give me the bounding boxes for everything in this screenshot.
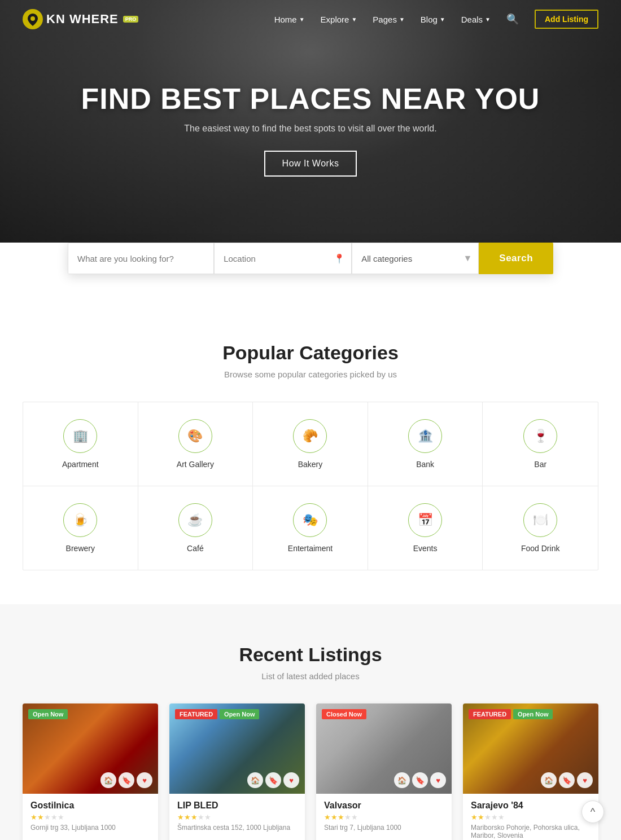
category-select[interactable]: All categories Restaurants Hotels Bars E… [352,243,479,274]
hero-section: FIND BEST PLACES NEAR YOU The easiest wa… [0,0,621,260]
star-empty: ★ [351,813,358,821]
star-filled: ★ [338,813,344,821]
nav-blog[interactable]: Blog ▼ [421,15,445,24]
logo-text: KN WHERE [46,12,119,27]
star-filled: ★ [324,813,331,821]
listing-image: FEATURED Open Now 🏠 🔖 ♥ [169,703,305,794]
listing-heart-button[interactable]: ♥ [430,772,446,788]
featured-badge: FEATURED [469,709,511,719]
category-item-café[interactable]: ☕ Café [138,486,253,570]
nav-links: Home ▼ Explore ▼ Pages ▼ Blog ▼ Deals ▼ … [274,10,598,29]
category-icon: 🍽️ [523,503,557,537]
listing-card[interactable]: Open Now 🏠 🔖 ♥ Gostilnica ★★★★★ Gornji t… [23,703,158,840]
blog-dropdown-arrow: ▼ [440,16,445,23]
category-item-food-drink[interactable]: 🍽️ Food Drink [483,486,598,570]
listing-address: Šmartinska cesta 152, 1000 Ljubljana [177,824,297,832]
category-label: Brewery [66,544,95,553]
status-badge: Open Now [220,709,259,719]
category-label: Apartment [62,460,99,469]
featured-badge: FEATURED [175,709,217,719]
search-button[interactable]: Search [479,243,553,274]
listing-address: Mariborsko Pohorje, Pohorska ulica, Mari… [471,824,591,839]
listing-heart-button[interactable]: ♥ [283,772,299,788]
star-filled: ★ [331,813,338,821]
search-what-input[interactable] [68,243,214,274]
status-badge: Open Now [28,709,68,719]
listing-bookmark-button[interactable]: 🔖 [265,772,281,788]
listing-actions: 🏠 🔖 ♥ [247,772,299,788]
pages-dropdown-arrow: ▼ [399,16,405,23]
add-listing-button[interactable]: Add Listing [535,10,598,29]
nav-deals[interactable]: Deals ▼ [461,15,491,24]
listing-stars: ★★★★★ [471,813,591,821]
listing-card[interactable]: FEATURED Open Now 🏠 🔖 ♥ LIP BLED ★★★★★ Š… [169,703,305,840]
recent-listings-section: Recent Listings List of latest added pla… [0,604,621,840]
listing-bookmark-button[interactable]: 🔖 [412,772,428,788]
listing-bookmark-button[interactable]: 🔖 [559,772,575,788]
category-label: Bar [534,460,546,469]
listings-grid: Open Now 🏠 🔖 ♥ Gostilnica ★★★★★ Gornji t… [23,703,598,840]
listing-card[interactable]: Closed Now 🏠 🔖 ♥ Valvasor ★★★★★ Stari tr… [316,703,452,840]
category-label: Art Gallery [177,460,214,469]
star-filled: ★ [177,813,184,821]
popular-categories-section: Popular Categories Browse some popular c… [0,302,621,604]
listing-home-button[interactable]: 🏠 [247,772,263,788]
listing-badges: Closed Now [322,709,366,719]
category-item-bank[interactable]: 🏦 Bank [368,402,483,486]
logo[interactable]: KN WHEREPRO [23,9,138,29]
listing-body: Valvasor ★★★★★ Stari trg 7, Ljubljana 10… [316,794,452,838]
nav-home[interactable]: Home ▼ [274,15,305,24]
category-icon: 📅 [408,503,442,537]
logo-pro-badge: PRO [123,16,139,23]
star-filled: ★ [30,813,37,821]
popular-categories-title: Popular Categories [23,342,598,364]
explore-dropdown-arrow: ▼ [351,16,357,23]
location-input-wrapper: 📍 [214,243,352,274]
search-icon[interactable]: 🔍 [506,13,519,25]
listing-home-button[interactable]: 🏠 [394,772,410,788]
listing-card[interactable]: FEATURED Open Now 🏠 🔖 ♥ Sarajevo '84 ★★★… [463,703,598,840]
status-badge: Open Now [513,709,553,719]
listing-home-button[interactable]: 🏠 [100,772,116,788]
deals-dropdown-arrow: ▼ [485,16,491,23]
star-empty: ★ [344,813,351,821]
listing-heart-button[interactable]: ♥ [137,772,152,788]
star-filled: ★ [471,813,478,821]
listing-address: Stari trg 7, Ljubljana 1000 [324,824,444,832]
nav-explore[interactable]: Explore ▼ [321,15,357,24]
star-filled: ★ [478,813,484,821]
category-item-art-gallery[interactable]: 🎨 Art Gallery [138,402,253,486]
category-item-events[interactable]: 📅 Events [368,486,483,570]
category-item-bakery[interactable]: 🥐 Bakery [253,402,368,486]
listing-bookmark-button[interactable]: 🔖 [119,772,134,788]
category-icon: 🎭 [293,503,327,537]
category-icon: 🥐 [293,419,327,453]
category-item-bar[interactable]: 🍷 Bar [483,402,598,486]
listing-image: Open Now 🏠 🔖 ♥ [23,703,158,794]
search-bar: 📍 All categories Restaurants Hotels Bars… [68,243,553,274]
category-icon: 🍺 [63,503,97,537]
nav-pages[interactable]: Pages ▼ [373,15,404,24]
category-item-brewery[interactable]: 🍺 Brewery [23,486,138,570]
star-empty: ★ [58,813,64,821]
listing-body: Gostilnica ★★★★★ Gornji trg 33, Ljubljan… [23,794,158,838]
category-item-apartment[interactable]: 🏢 Apartment [23,402,138,486]
listing-heart-button[interactable]: ♥ [577,772,593,788]
category-select-wrapper: All categories Restaurants Hotels Bars E… [352,243,479,274]
listing-actions: 🏠 🔖 ♥ [394,772,446,788]
scroll-top-button[interactable]: ^ [581,801,604,823]
listing-home-button[interactable]: 🏠 [541,772,557,788]
how-it-works-button[interactable]: How It Works [264,151,357,177]
category-label: Bank [416,460,434,469]
location-input[interactable] [214,243,352,274]
star-filled: ★ [37,813,44,821]
hero-subtitle: The easiest way to find the best spots t… [184,124,436,134]
category-label: Food Drink [521,544,559,553]
chevron-up-icon: ^ [591,806,595,818]
listing-stars: ★★★★★ [177,813,297,821]
listing-name: LIP BLED [177,801,297,811]
category-item-entertaiment[interactable]: 🎭 Entertaiment [253,486,368,570]
category-label: Events [413,544,438,553]
category-icon: ☕ [178,503,212,537]
listing-name: Sarajevo '84 [471,801,591,811]
